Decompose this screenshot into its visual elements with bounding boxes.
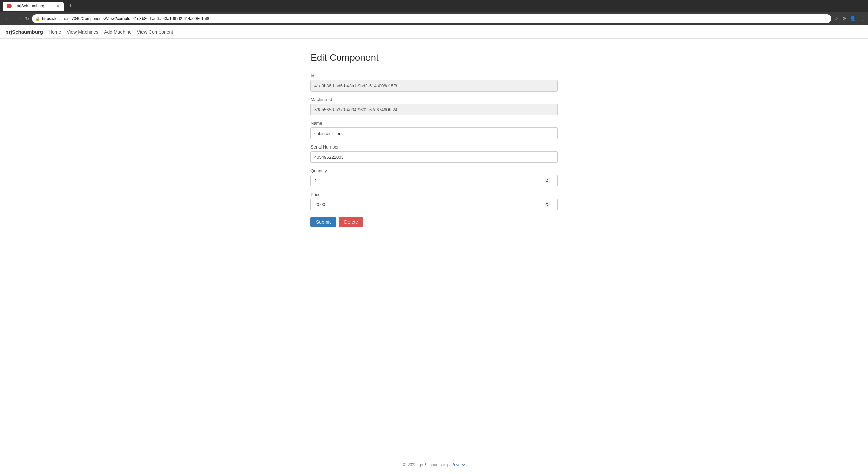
view-machines-link[interactable]: View Machines [67,29,98,35]
submit-button[interactable]: Submit [310,217,336,227]
browser-toolbar: ← → ↻ 🔒 https://localhost:7040/Component… [0,12,868,25]
new-tab-button[interactable]: + [66,3,75,10]
id-input[interactable] [310,80,558,92]
machine-id-field-group: Machine Id [310,97,558,115]
price-field-group: Price [310,192,558,210]
url-text: https://localhost:7040/Components/View?c… [42,16,209,21]
id-field-group: Id [310,73,558,92]
serial-number-input[interactable] [310,151,558,163]
serial-number-field-group: Serial Number [310,144,558,163]
app-brand: prjSchaumburg [5,29,43,35]
extensions-icon[interactable]: ⚙ [842,16,846,22]
bookmark-icon[interactable]: ☆ [834,16,838,22]
browser-toolbar-right: ☆ ⚙ 👤 ⋮ [834,16,865,22]
main-content: Edit Component Id Machine Id Name Serial… [305,39,563,241]
lock-icon: 🔒 [35,17,40,21]
serial-number-label: Serial Number [310,144,558,150]
refresh-button[interactable]: ↻ [25,16,29,21]
menu-icon[interactable]: ⋮ [860,16,865,22]
machine-id-label: Machine Id [310,97,558,102]
tab-close-button[interactable]: ✕ [57,4,60,8]
tab-title: - prjSchaumburg [14,4,44,8]
price-input-wrapper [310,199,558,210]
profile-icon[interactable]: 👤 [850,16,856,22]
app-navbar: prjSchaumburg Home View Machines Add Mac… [0,25,868,39]
browser-chrome: - prjSchaumburg ✕ + [0,0,868,12]
form-buttons: Submit Delete [310,217,558,227]
name-label: Name [310,121,558,126]
name-input[interactable] [310,127,558,139]
browser-tab[interactable]: - prjSchaumburg ✕ [3,2,64,11]
home-link[interactable]: Home [49,29,61,35]
add-machine-link[interactable]: Add Machine [104,29,132,35]
price-input[interactable] [310,199,558,210]
id-label: Id [310,73,558,78]
name-field-group: Name [310,121,558,139]
quantity-input-wrapper [310,175,558,186]
price-label: Price [310,192,558,197]
quantity-field-group: Quantity [310,168,558,186]
tab-favicon [7,4,12,8]
delete-button[interactable]: Delete [339,217,363,227]
forward-button[interactable]: → [14,15,22,22]
machine-id-input[interactable] [310,104,558,115]
address-bar[interactable]: 🔒 https://localhost:7040/Components/View… [32,14,831,23]
quantity-input[interactable] [310,175,558,186]
view-component-link[interactable]: View Component [137,29,173,35]
page-title: Edit Component [310,52,558,63]
back-button[interactable]: ← [3,15,12,22]
quantity-label: Quantity [310,168,558,173]
